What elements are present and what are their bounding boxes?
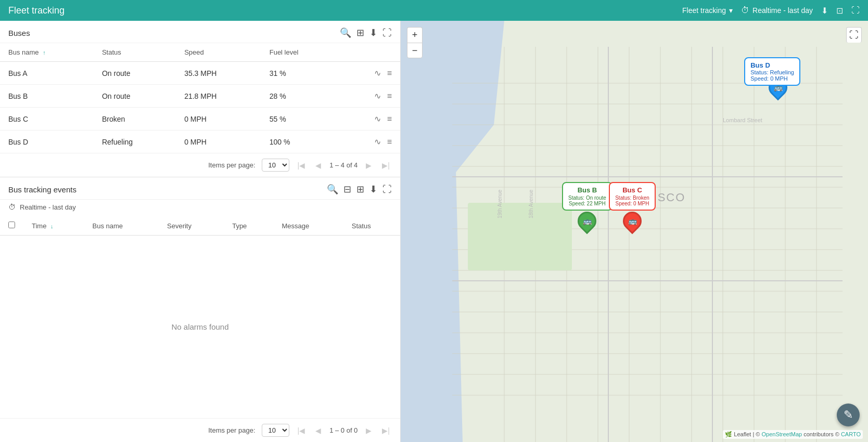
buses-prev-page[interactable]: ◀ bbox=[313, 160, 323, 171]
bus-detail-icon[interactable]: ≡ bbox=[387, 137, 392, 147]
bus-status-cell: On route bbox=[94, 85, 176, 108]
events-section-title: Bus tracking events bbox=[8, 185, 76, 194]
col-checkbox bbox=[0, 216, 23, 236]
svg-text:19th Avenue: 19th Avenue bbox=[497, 189, 503, 218]
bus-b-title: Bus B bbox=[568, 186, 606, 194]
events-per-page-select[interactable]: 10 25 50 bbox=[262, 424, 289, 437]
events-page-info: 1 – 0 of 0 bbox=[329, 426, 358, 434]
events-pagination: Items per page: 10 25 50 |◀ ◀ 1 – 0 of 0… bbox=[0, 418, 400, 442]
bus-d-speed: Speed: 0 MPH bbox=[750, 75, 794, 82]
map-fullscreen-icon[interactable]: ⛶ bbox=[846, 27, 862, 43]
buses-search-icon[interactable]: 🔍 bbox=[340, 27, 351, 38]
no-alarms-message: No alarms found bbox=[0, 236, 400, 418]
events-export-icon[interactable]: ⬇ bbox=[369, 184, 377, 195]
buses-export-icon[interactable]: ⬇ bbox=[369, 27, 377, 38]
bus-trend-icon[interactable]: ∿ bbox=[374, 137, 381, 147]
buses-next-page[interactable]: ▶ bbox=[364, 160, 374, 171]
nav-snapshot[interactable]: ⊡ bbox=[836, 6, 843, 16]
bus-trend-icon[interactable]: ∿ bbox=[374, 68, 381, 78]
nav-right: Fleet tracking ▾ ⏱ Realtime - last day ⬇… bbox=[682, 6, 860, 16]
snapshot-icon: ⊡ bbox=[836, 6, 843, 16]
events-search-icon[interactable]: 🔍 bbox=[327, 184, 338, 195]
events-first-page[interactable]: |◀ bbox=[296, 425, 308, 436]
events-table-header-row: Time ↓ Bus name Severity Type bbox=[0, 216, 400, 236]
bus-d-popup[interactable]: Bus D Status: Refueling Speed: 0 MPH bbox=[744, 57, 800, 86]
map-fullscreen-button[interactable]: ⛶ bbox=[846, 27, 862, 43]
bus-b-popup: Bus B Status: On route Speed: 22 MPH bbox=[562, 182, 612, 211]
bus-name-cell: Bus A bbox=[0, 62, 94, 85]
bus-c-popup-container[interactable]: Bus C Status: Broken Speed: 0 MPH 🚌 bbox=[609, 182, 656, 230]
nav-download[interactable]: ⬇ bbox=[821, 6, 828, 16]
bus-name-cell: Bus C bbox=[0, 108, 94, 131]
nav-fullscreen[interactable]: ⛶ bbox=[851, 6, 860, 15]
nav-time-range[interactable]: ⏱ Realtime - last day bbox=[741, 6, 813, 15]
bus-detail-icon[interactable]: ≡ bbox=[387, 69, 392, 78]
sort-time-icon[interactable]: ↓ bbox=[50, 223, 54, 229]
nav-fleet-label: Fleet tracking bbox=[682, 6, 726, 15]
events-section-tools: 🔍 ⊟ ⊞ ⬇ ⛶ bbox=[327, 184, 392, 195]
bus-status-cell: On route bbox=[94, 62, 176, 85]
edit-fab[interactable]: ✎ bbox=[837, 404, 860, 426]
bus-table-row: Bus D Refueling 0 MPH 100 % ∿ ≡ bbox=[0, 131, 400, 153]
buses-page-info: 1 – 4 of 4 bbox=[329, 161, 358, 169]
events-per-page-label: Items per page: bbox=[208, 426, 255, 434]
bus-trend-icon[interactable]: ∿ bbox=[374, 114, 381, 124]
buses-fullscreen-icon[interactable]: ⛶ bbox=[382, 28, 392, 38]
col-time: Time ↓ bbox=[23, 216, 84, 236]
svg-marker-3 bbox=[401, 21, 463, 442]
bus-row-actions: ∿ ≡ bbox=[340, 131, 400, 153]
col-type: Type bbox=[224, 216, 273, 236]
events-fullscreen-icon[interactable]: ⛶ bbox=[382, 184, 392, 195]
buses-first-page[interactable]: |◀ bbox=[296, 160, 308, 171]
buses-last-page[interactable]: ▶| bbox=[380, 160, 392, 171]
bus-detail-icon[interactable]: ≡ bbox=[387, 114, 392, 124]
bus-c-popup: Bus C Status: Broken Speed: 0 MPH bbox=[609, 182, 656, 211]
col-fuel: Fuel level bbox=[261, 43, 340, 62]
col-actions bbox=[340, 43, 400, 62]
bus-status-cell: Refueling bbox=[94, 131, 176, 153]
buses-per-page-select[interactable]: 10 25 50 bbox=[262, 159, 289, 172]
map-attribution: 🌿 Leaflet | © OpenStreetMap contributors… bbox=[723, 430, 863, 439]
events-time-range: Realtime - last day bbox=[20, 203, 76, 211]
zoom-in-button[interactable]: + bbox=[407, 27, 423, 43]
bus-d-status: Status: Refueling bbox=[750, 69, 794, 75]
bus-b-status: Status: On route bbox=[568, 195, 606, 201]
left-panel: Buses 🔍 ⊞ ⬇ ⛶ Bus name ↑ S bbox=[0, 21, 401, 442]
events-filter-icon[interactable]: ⊟ bbox=[343, 184, 351, 195]
main-layout: Buses 🔍 ⊞ ⬇ ⛶ Bus name ↑ S bbox=[0, 0, 868, 442]
bus-row-actions: ∿ ≡ bbox=[340, 108, 400, 131]
bus-table-row: Bus C Broken 0 MPH 55 % ∿ ≡ bbox=[0, 108, 400, 131]
svg-text:18th Avenue: 18th Avenue bbox=[528, 189, 534, 218]
col-message: Message bbox=[274, 216, 343, 236]
events-section-header: Bus tracking events 🔍 ⊟ ⊞ ⬇ ⛶ bbox=[0, 177, 400, 200]
bus-speed-cell: 0 MPH bbox=[176, 108, 261, 131]
bus-row-actions: ∿ ≡ bbox=[340, 85, 400, 108]
zoom-out-button[interactable]: − bbox=[407, 43, 423, 58]
fullscreen-icon: ⛶ bbox=[851, 6, 860, 15]
nav-fleet-tracking[interactable]: Fleet tracking ▾ bbox=[682, 6, 733, 15]
events-next-page[interactable]: ▶ bbox=[364, 425, 374, 436]
events-columns-icon[interactable]: ⊞ bbox=[356, 184, 364, 195]
bus-table-row: Bus B On route 21.8 MPH 28 % ∿ ≡ bbox=[0, 85, 400, 108]
bus-fuel-cell: 31 % bbox=[261, 62, 340, 85]
svg-rect-35 bbox=[468, 203, 572, 270]
bus-trend-icon[interactable]: ∿ bbox=[374, 91, 381, 101]
buses-per-page-label: Items per page: bbox=[208, 161, 255, 169]
chevron-down-icon: ▾ bbox=[729, 6, 733, 15]
select-all-checkbox[interactable] bbox=[8, 222, 15, 228]
buses-columns-icon[interactable]: ⊞ bbox=[356, 27, 364, 38]
buses-section-header: Buses 🔍 ⊞ ⬇ ⛶ bbox=[0, 21, 400, 43]
bus-b-popup-container[interactable]: Bus B Status: On route Speed: 22 MPH 🚌 bbox=[562, 182, 612, 230]
download-icon: ⬇ bbox=[821, 6, 828, 16]
nav-time-label: Realtime - last day bbox=[752, 6, 813, 15]
bus-detail-icon[interactable]: ≡ bbox=[387, 92, 392, 101]
bus-fuel-cell: 55 % bbox=[261, 108, 340, 131]
buses-section: Buses 🔍 ⊞ ⬇ ⛶ Bus name ↑ S bbox=[0, 21, 400, 177]
sort-icon[interactable]: ↑ bbox=[43, 49, 46, 56]
bus-c-pin-icon: 🚌 bbox=[628, 217, 637, 225]
events-prev-page[interactable]: ◀ bbox=[313, 425, 323, 436]
bus-row-actions: ∿ ≡ bbox=[340, 62, 400, 85]
events-table: Time ↓ Bus name Severity Type bbox=[0, 216, 400, 236]
bus-c-status: Status: Broken bbox=[615, 195, 649, 201]
events-last-page[interactable]: ▶| bbox=[380, 425, 392, 436]
